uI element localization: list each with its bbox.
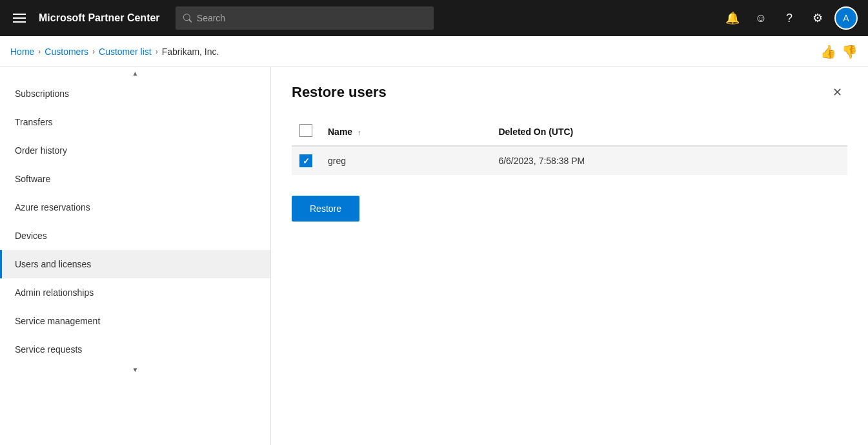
avatar[interactable]: A [834, 6, 858, 30]
sidebar-item-transfers[interactable]: Transfers [0, 108, 270, 136]
breadcrumb-sep-3: › [156, 47, 158, 56]
sidebar-item-azure-reservations[interactable]: Azure reservations [0, 193, 270, 222]
main-layout: ▲ Subscriptions Transfers Order history … [0, 67, 868, 445]
feedback-smiley-button[interactable]: ☺ [749, 6, 772, 30]
sidebar-scroll-down[interactable]: ▼ [0, 364, 270, 376]
sidebar: ▲ Subscriptions Transfers Order history … [0, 67, 271, 445]
sidebar-item-software[interactable]: Software [0, 165, 270, 193]
settings-button[interactable]: ⚙ [806, 6, 829, 30]
question-icon: ? [786, 12, 792, 25]
breadcrumb-feedback: 👍 👎 [820, 44, 858, 59]
select-all-checkbox[interactable] [299, 124, 312, 137]
search-input[interactable] [197, 13, 426, 23]
sidebar-item-users-and-licenses[interactable]: Users and licenses [0, 250, 270, 278]
sidebar-item-service-requests[interactable]: Service requests [0, 335, 270, 364]
breadcrumb-customer-list[interactable]: Customer list [99, 47, 152, 57]
row-deleted-on: 6/6/2023, 7:58:38 PM [490, 146, 847, 175]
sidebar-item-admin-relationships[interactable]: Admin relationships [0, 278, 270, 307]
breadcrumb-current-page: Fabrikam, Inc. [162, 47, 219, 57]
app-title: Microsoft Partner Center [39, 12, 160, 24]
sidebar-item-service-management[interactable]: Service management [0, 307, 270, 335]
sidebar-item-devices[interactable]: Devices [0, 222, 270, 250]
table-header-deleted-on[interactable]: Deleted On (UTC) [490, 118, 847, 146]
restore-button[interactable]: Restore [292, 196, 359, 222]
thumbs-up-button[interactable]: 👍 [820, 44, 836, 59]
content-area: Restore users ✕ Name ↑ Deleted On (UTC) [271, 67, 868, 445]
bell-icon: 🔔 [725, 11, 740, 25]
search-icon [183, 14, 192, 23]
breadcrumb-home[interactable]: Home [10, 47, 34, 57]
panel-header: Restore users ✕ [292, 83, 847, 102]
help-button[interactable]: ? [778, 6, 801, 30]
restore-table: Name ↑ Deleted On (UTC) greg 6/6/2023, 7… [292, 118, 847, 175]
panel-title: Restore users [292, 84, 387, 101]
table-header-row: Name ↑ Deleted On (UTC) [292, 118, 847, 146]
search-bar[interactable] [176, 6, 434, 30]
sidebar-scroll-up[interactable]: ▲ [0, 67, 270, 79]
row-name: greg [320, 146, 490, 175]
gear-icon: ⚙ [812, 11, 823, 25]
row-checkbox-cell[interactable] [292, 146, 320, 175]
close-button[interactable]: ✕ [827, 83, 847, 102]
notification-bell-button[interactable]: 🔔 [721, 6, 744, 30]
table-header-checkbox-col [292, 118, 320, 146]
breadcrumb-customers[interactable]: Customers [45, 47, 88, 57]
sidebar-item-order-history[interactable]: Order history [0, 136, 270, 165]
breadcrumb-sep-2: › [92, 47, 95, 56]
table-row: greg 6/6/2023, 7:58:38 PM [292, 146, 847, 175]
hamburger-menu[interactable] [10, 11, 28, 25]
row-checkbox[interactable] [299, 154, 312, 167]
thumbs-down-button[interactable]: 👎 [842, 44, 858, 59]
breadcrumb-sep-1: › [38, 47, 41, 56]
sidebar-item-subscriptions[interactable]: Subscriptions [0, 79, 270, 108]
smiley-icon: ☺ [755, 12, 767, 25]
topbar-icons: 🔔 ☺ ? ⚙ A [721, 6, 858, 30]
topbar: Microsoft Partner Center 🔔 ☺ ? ⚙ A [0, 0, 868, 36]
table-header-name[interactable]: Name ↑ [320, 118, 490, 146]
breadcrumb: Home › Customers › Customer list › Fabri… [0, 36, 868, 67]
sort-asc-icon: ↑ [358, 129, 361, 136]
